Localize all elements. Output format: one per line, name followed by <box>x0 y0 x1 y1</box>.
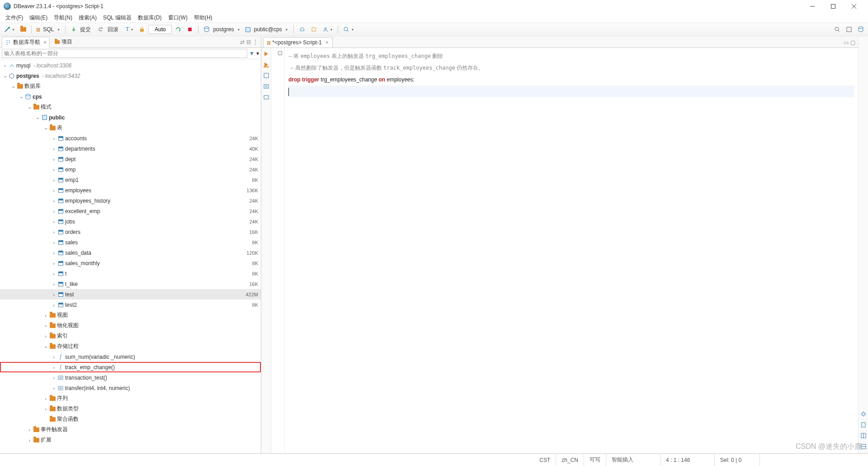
auto-field[interactable] <box>148 25 172 34</box>
menu-search[interactable]: 搜索(A) <box>76 13 99 23</box>
filter-input[interactable] <box>2 49 247 58</box>
sql-editor[interactable]: -- 将 employees 表上的触发器 trg_employees_chan… <box>285 48 858 453</box>
maximize-panel-icon[interactable]: ▢ <box>850 39 855 46</box>
table-icon <box>58 230 63 234</box>
panels-icon[interactable] <box>860 433 867 439</box>
table-row[interactable]: excellent_emp24K <box>0 206 261 216</box>
tab-project[interactable]: 项目 <box>52 36 75 48</box>
explain-icon[interactable] <box>263 72 269 79</box>
table-row[interactable]: dept24K <box>0 154 261 164</box>
minimize-panel-icon[interactable]: ▭ <box>844 39 849 46</box>
menu-edit[interactable]: 编辑(E) <box>27 13 50 23</box>
folder-databases[interactable]: 数据库 <box>0 81 261 91</box>
schema-public[interactable]: public <box>0 112 261 123</box>
link-icon[interactable]: ⇄ <box>240 39 245 45</box>
folder-schemas[interactable]: 模式 <box>0 102 261 112</box>
folder-icon <box>17 84 23 89</box>
load-icon[interactable] <box>263 94 269 100</box>
menu-sql-editor[interactable]: SQL 编辑器 <box>100 13 134 23</box>
sql-icon: ▤ <box>37 26 40 33</box>
folder-aggregates[interactable]: 聚合函数 <box>0 414 261 424</box>
table-row[interactable]: t_like16K <box>0 279 261 289</box>
table-row[interactable]: orders16K <box>0 227 261 237</box>
search-button[interactable]: ▼ <box>341 24 356 35</box>
collapse-icon[interactable]: ⊟ <box>246 39 251 45</box>
perspective-db-button[interactable] <box>855 24 866 35</box>
commit-button[interactable]: 提交 <box>68 24 95 35</box>
status-timezone: CST <box>534 454 556 466</box>
table-row[interactable]: employees_history24K <box>0 195 261 206</box>
search-global-button[interactable] <box>832 24 843 35</box>
run-icon[interactable] <box>263 51 269 57</box>
schema-selector[interactable]: public@cps▼ <box>243 24 290 35</box>
table-row[interactable]: sales_data120K <box>0 247 261 258</box>
procedure-row[interactable]: fsum_num(variadic _numeric) <box>0 352 261 362</box>
page-icon[interactable] <box>860 422 867 428</box>
driver-button[interactable] <box>308 24 319 35</box>
folder-event-triggers[interactable]: 事件触发器 <box>0 424 261 435</box>
db-cps[interactable]: cps <box>0 91 261 102</box>
folder-matviews[interactable]: 物化视图 <box>0 320 261 331</box>
table-row[interactable]: emp18K <box>0 175 261 185</box>
tab-database-navigator[interactable]: 数据库导航× <box>2 37 50 48</box>
table-row[interactable]: sales_monthly8K <box>0 258 261 268</box>
folder-datatypes[interactable]: 数据类型 <box>0 404 261 414</box>
procedure-row[interactable]: transaction_test() <box>0 372 261 383</box>
fold-gutter[interactable]: - <box>271 48 285 453</box>
table-row[interactable]: test422M <box>0 289 261 300</box>
menu-help[interactable]: 帮助(H) <box>191 13 215 23</box>
table-icon <box>58 271 63 276</box>
maximize-button[interactable] <box>823 0 844 13</box>
folder-sequences[interactable]: 序列 <box>0 393 261 404</box>
table-row[interactable]: sales8K <box>0 237 261 247</box>
table-row[interactable]: departments40K <box>0 143 261 154</box>
procedure-row[interactable]: transfer(int4, int4, numeric) <box>0 383 261 393</box>
menu-navigate[interactable]: 导航(N) <box>51 13 75 23</box>
close-icon[interactable]: × <box>326 39 329 46</box>
users-button[interactable]: ▼ <box>320 24 335 35</box>
tab-label: 项目 <box>61 38 72 46</box>
conn-mysql[interactable]: mysql- localhost:3306 <box>0 60 261 71</box>
folder-views[interactable]: 视图 <box>0 310 261 320</box>
table-row[interactable]: accounts24K <box>0 133 261 143</box>
folder-extensions[interactable]: 扩展 <box>0 435 261 445</box>
table-row[interactable]: t8K <box>0 268 261 279</box>
menu-icon[interactable]: ⋮ <box>253 39 258 45</box>
table-row[interactable]: employees136K <box>0 185 261 195</box>
close-button[interactable] <box>844 0 864 13</box>
refresh-button[interactable] <box>173 24 184 35</box>
table-icon <box>58 303 63 307</box>
close-icon[interactable]: × <box>43 39 47 46</box>
fold-toggle[interactable]: - <box>278 51 282 55</box>
new-connection-button[interactable]: ▼ <box>2 24 17 35</box>
menu-file[interactable]: 文件(F) <box>3 13 26 23</box>
rollback-button[interactable]: 回滚 <box>96 24 123 35</box>
run-script-icon[interactable] <box>263 62 269 68</box>
right-sidebar <box>858 36 868 453</box>
folder-indexes[interactable]: 索引 <box>0 331 261 341</box>
tx-lock-button[interactable] <box>137 24 147 35</box>
conn-postgres[interactable]: postgres- localhost:5432 <box>0 71 261 81</box>
folder-tables[interactable]: 表 <box>0 123 261 133</box>
perspective-button[interactable] <box>844 24 854 35</box>
menu-window[interactable]: 窗口(W) <box>165 13 190 23</box>
export-icon[interactable] <box>263 83 269 90</box>
connection-selector[interactable]: postgres▼ <box>201 24 242 35</box>
table-row[interactable]: test28K <box>0 300 261 310</box>
tab-script-1[interactable]: ▤ *<postgres> Script-1 × <box>263 37 333 48</box>
procedure-row[interactable]: ftrack_emp_change() <box>0 362 261 372</box>
cloud-button[interactable] <box>297 24 307 35</box>
new-folder-button[interactable] <box>18 24 28 35</box>
tx-mode-button[interactable]: T▼ <box>123 24 136 35</box>
table-icon <box>58 251 63 255</box>
table-row[interactable]: emp24K <box>0 164 261 175</box>
navigator-tree[interactable]: mysql- localhost:3306 postgres- localhos… <box>0 59 261 453</box>
folder-procedures[interactable]: 存储过程 <box>0 341 261 352</box>
minimize-button[interactable] <box>802 0 823 13</box>
table-row[interactable]: jobs24K <box>0 216 261 227</box>
menu-database[interactable]: 数据库(D) <box>135 13 165 23</box>
gear-icon[interactable] <box>860 411 867 417</box>
stop-button[interactable] <box>184 24 195 35</box>
funnel-icon[interactable]: ▼ <box>249 50 255 57</box>
new-sql-button[interactable]: ▤SQL▼ <box>34 24 62 35</box>
